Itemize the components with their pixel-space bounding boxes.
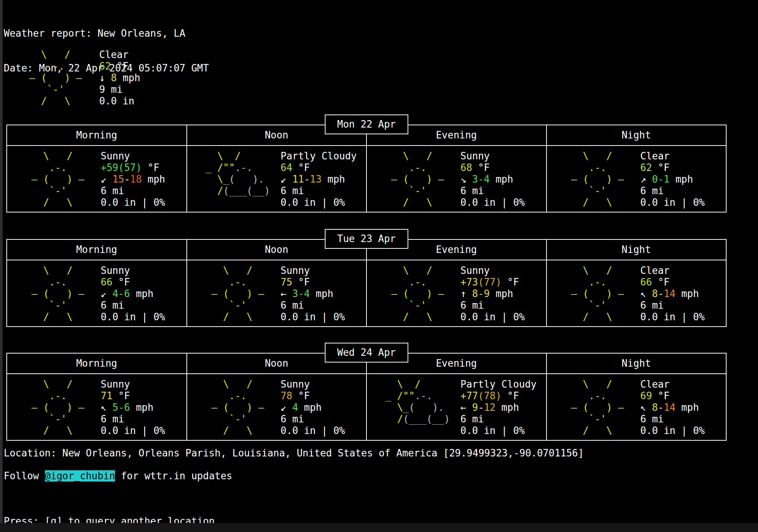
visibility-text: 6 mi	[101, 185, 165, 197]
text-segment: 66	[640, 276, 652, 288]
weather-info: Partly Cloudy64 °F↙ 11-13 mph6 mi0.0 in …	[281, 150, 357, 212]
text-segment: +73	[460, 276, 478, 288]
text-segment: — ( ) —	[380, 174, 444, 185]
follow-suffix: for wttr.in updates	[115, 470, 232, 481]
text-segment: ↗	[640, 174, 652, 185]
text-segment: 6 mi	[460, 185, 484, 196]
text-segment: ↘	[460, 174, 472, 185]
text-segment: — ( ) —	[200, 402, 264, 413]
weather-art-sunny: \ / .-. — ( ) — `-' / \	[20, 379, 93, 440]
weather-info: Clear66 °F↖ 8-14 mph6 mi0.0 in | 0%	[640, 265, 705, 326]
text-segment: / \	[560, 425, 612, 436]
text-segment: Sunny	[281, 265, 310, 276]
text-segment: mph	[496, 402, 519, 413]
precipitation-text: 0.0 in | 0%	[281, 197, 357, 208]
text-segment: 0-1	[652, 174, 670, 185]
text-segment: mph	[117, 72, 140, 83]
text-segment: `-'	[18, 84, 64, 95]
text-segment: 62	[99, 61, 111, 72]
text-segment: .-.	[560, 162, 606, 173]
text-segment: / \	[380, 311, 432, 322]
text-segment: 0.0 in | 0%	[101, 197, 165, 208]
forecast-cell: \ / .-. — ( ) — `-' / \Clear62 °F↗ 0-1 m…	[546, 146, 726, 212]
text-segment: \_	[380, 402, 409, 413]
text-segment: 8	[652, 402, 658, 413]
wind-text: ↓ 8 mph	[99, 72, 140, 84]
wind-text: ← 9-12 mph	[460, 402, 537, 413]
text-segment: Sunny	[460, 265, 490, 276]
terminal[interactable]: Weather report: New Orleans, LA Date: Mo…	[0, 0, 758, 532]
text-segment: 9	[472, 402, 478, 413]
forecast-cell: \ / .-. — ( ) — `-' / \Sunny75 °F← 3-4 m…	[186, 260, 366, 326]
column-header-night: Night	[546, 240, 726, 260]
visibility-text: 6 mi	[281, 413, 345, 425]
text-segment: ( ).	[229, 174, 264, 185]
forecast-cell: \ / .-. — ( ) — `-' / \Sunny78 °F↙ 4 mph…	[186, 374, 366, 440]
text-segment: — ( ) —	[560, 174, 624, 185]
forecast-cell: \ / _ /"".-. \_( ). /(___(__)Partly Clou…	[366, 374, 546, 440]
text-segment: Partly Cloudy	[281, 150, 357, 162]
text-segment: / \	[560, 197, 612, 208]
forecast-cell: \ / .-. — ( ) — `-' / \Sunny+73(77) °F↑ …	[366, 260, 546, 326]
visibility-text: 6 mi	[101, 413, 165, 425]
text-segment: 3-4	[472, 174, 490, 185]
text-segment: °F	[652, 276, 670, 288]
text-segment: — ( ) —	[20, 402, 84, 413]
text-segment: ↖	[640, 402, 652, 413]
temperature-text: 62 °F	[640, 162, 705, 174]
weather-info: Clear62 °F↗ 0-1 mph6 mi0.0 in | 0%	[640, 150, 705, 212]
window-edge	[0, 0, 3, 532]
text-segment: -	[658, 402, 664, 413]
text-segment: 4	[292, 402, 298, 413]
twitter-handle[interactable]: @igor_chubin	[45, 470, 115, 481]
text-segment: 0.0 in | 0%	[640, 197, 705, 208]
condition-text: Clear	[99, 49, 140, 61]
wind-text: ← 3-4 mph	[281, 288, 345, 300]
text-segment: \ /	[380, 379, 421, 390]
text-segment: / \	[200, 425, 253, 436]
text-segment: .-.	[380, 276, 426, 288]
visibility-text: 6 mi	[460, 300, 525, 311]
weather-art-sunny: \ / .-. — ( ) — `-' / \	[380, 265, 453, 326]
text-segment: Sunny	[460, 150, 490, 162]
text-segment: \ /	[560, 150, 612, 162]
text-segment: 6 mi	[460, 300, 484, 311]
text-segment: mph	[130, 402, 153, 413]
text-segment: .-.	[200, 276, 247, 288]
weather-info: Sunny+59(57) °F↙ 15-18 mph6 mi0.0 in | 0…	[101, 150, 165, 212]
text-segment: 6 mi	[281, 300, 304, 311]
text-segment: 9 mi	[99, 84, 123, 95]
text-segment: .-.	[235, 162, 252, 173]
text-segment: .-.	[560, 390, 606, 401]
text-segment: 0.0 in | 0%	[281, 311, 345, 322]
precipitation-text: 0.0 in | 0%	[281, 425, 345, 437]
text-segment: 0.0 in | 0%	[640, 425, 705, 436]
text-segment: 8	[111, 72, 117, 83]
text-segment: ←	[281, 288, 292, 299]
text-segment: Clear	[640, 150, 670, 162]
text-segment: `-'	[200, 413, 247, 425]
forecast-cell: \ / .-. — ( ) — `-' / \Sunny71 °F↖ 5-6 m…	[7, 374, 186, 440]
temperature-text: 69 °F	[640, 390, 705, 402]
text-segment: `-'	[380, 300, 426, 311]
text-segment: mph	[675, 402, 699, 413]
text-segment: — ( ) —	[20, 174, 84, 185]
weather-info: Sunny78 °F↙ 4 mph6 mi0.0 in | 0%	[281, 379, 345, 440]
text-segment: ↙	[281, 402, 292, 413]
visibility-text: 6 mi	[460, 185, 525, 197]
text-segment: ↙	[101, 288, 112, 299]
text-segment: 69	[640, 390, 652, 401]
text-segment: `-'	[560, 185, 606, 196]
weather-art-sunny: \ / .-. — ( ) — `-' / \	[560, 379, 633, 440]
forecast-day: Mon 22 AprMorningNoonEveningNight \ / .-…	[6, 114, 727, 213]
condition-text: Clear	[640, 150, 705, 162]
temperature-text: +73(77) °F	[460, 276, 525, 288]
table-body-row: \ / .-. — ( ) — `-' / \Sunny66 °F↙ 4-6 m…	[7, 260, 726, 326]
weather-art-sunny: \ / .-. — ( ) — `-' / \	[380, 150, 453, 212]
forecast-table: MorningNoonEveningNight \ / .-. — ( ) — …	[6, 239, 727, 327]
text-segment: .-.	[20, 390, 67, 401]
text-segment: mph	[675, 288, 699, 299]
text-segment: Clear	[640, 265, 670, 276]
text-segment: 0.0 in | 0%	[101, 425, 165, 436]
text-segment: /	[380, 413, 403, 425]
